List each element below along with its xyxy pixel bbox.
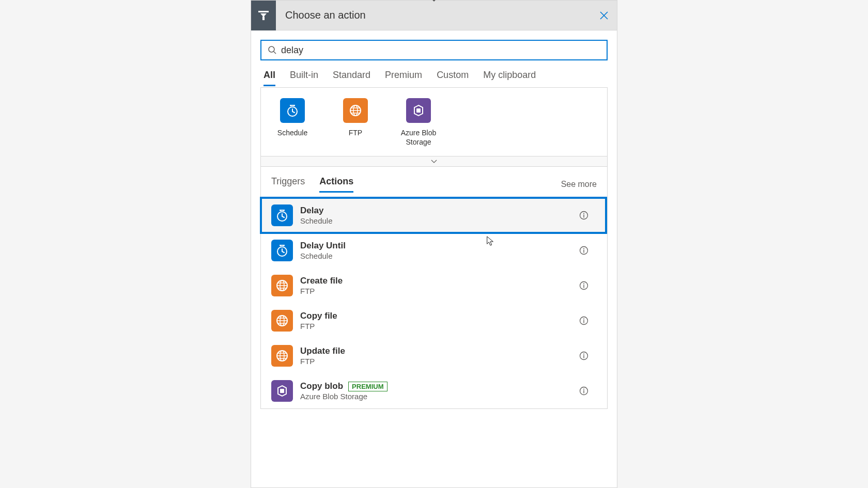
expand-connectors-button[interactable] <box>260 156 608 167</box>
category-tab-all[interactable]: All <box>264 70 275 86</box>
connector-schedule[interactable]: Schedule <box>271 98 314 147</box>
info-icon[interactable] <box>579 316 588 325</box>
connector-label: Schedule <box>277 128 307 137</box>
connector-azure-blob-storage[interactable]: Azure Blob Storage <box>397 98 440 147</box>
panel-title: Choose an action <box>276 9 591 21</box>
action-subtitle: FTP <box>300 357 574 366</box>
tab-actions[interactable]: Actions <box>319 176 353 193</box>
blob-icon <box>406 98 431 123</box>
svg-rect-11 <box>283 210 285 211</box>
panel-header: Choose an action <box>251 1 617 30</box>
connectors-grid: ScheduleFTPAzure Blob Storage <box>260 87 608 156</box>
action-item-delay-until[interactable]: Delay UntilSchedule <box>261 233 607 268</box>
globe-icon <box>271 310 293 332</box>
svg-point-13 <box>583 213 584 214</box>
search-icon <box>268 45 277 55</box>
action-title: Delay Until <box>300 241 346 251</box>
info-icon[interactable] <box>579 211 588 220</box>
svg-rect-1 <box>262 17 265 20</box>
svg-point-29 <box>583 319 584 320</box>
see-more-link[interactable]: See more <box>561 180 597 189</box>
svg-point-2 <box>269 46 274 52</box>
globe-icon <box>343 98 368 123</box>
svg-rect-20 <box>583 250 584 253</box>
panel-body: AllBuilt-inStandardPremiumCustomMy clipb… <box>251 30 617 86</box>
connector-ftp[interactable]: FTP <box>334 98 377 147</box>
svg-rect-25 <box>583 285 584 288</box>
action-text: Copy blobPREMIUMAzure Blob Storage <box>300 381 574 401</box>
search-box[interactable] <box>260 40 608 60</box>
svg-rect-10 <box>280 210 281 211</box>
action-item-update-file[interactable]: Update fileFTP <box>261 338 607 373</box>
close-button[interactable] <box>591 1 617 30</box>
svg-point-19 <box>583 248 584 249</box>
globe-icon <box>271 345 293 367</box>
sub-tabs-row: Triggers Actions See more <box>261 167 607 195</box>
connector-label: FTP <box>349 128 362 137</box>
action-title: Update file <box>300 346 345 356</box>
action-item-delay[interactable]: DelaySchedule <box>261 198 607 233</box>
category-tab-custom[interactable]: Custom <box>437 70 469 86</box>
category-tab-built-in[interactable]: Built-in <box>290 70 318 86</box>
svg-rect-35 <box>583 355 584 358</box>
tab-triggers[interactable]: Triggers <box>271 176 305 193</box>
search-input[interactable] <box>281 45 600 56</box>
action-subtitle: Schedule <box>300 216 574 225</box>
svg-rect-8 <box>416 108 421 113</box>
svg-rect-5 <box>293 105 295 106</box>
blob-icon <box>271 380 293 402</box>
action-item-create-file[interactable]: Create fileFTP <box>261 268 607 303</box>
clock-icon <box>271 240 293 261</box>
sub-tabs: Triggers Actions <box>271 176 353 193</box>
action-subtitle: FTP <box>300 287 574 295</box>
action-title: Create file <box>300 276 343 286</box>
category-tabs: AllBuilt-inStandardPremiumCustomMy clipb… <box>260 70 608 86</box>
category-tab-standard[interactable]: Standard <box>333 70 370 86</box>
action-subtitle: Schedule <box>300 251 574 260</box>
svg-rect-17 <box>283 245 285 246</box>
panel-header-icon <box>251 1 276 30</box>
svg-rect-16 <box>280 245 281 246</box>
svg-point-38 <box>583 389 584 390</box>
action-title: Delay <box>300 206 323 216</box>
action-text: Update fileFTP <box>300 346 574 366</box>
svg-rect-36 <box>280 389 284 393</box>
svg-rect-30 <box>583 320 584 323</box>
info-icon[interactable] <box>579 246 588 255</box>
action-text: DelaySchedule <box>300 206 574 225</box>
svg-point-34 <box>583 354 584 355</box>
insert-arrow-icon <box>429 0 439 2</box>
svg-point-24 <box>583 284 584 285</box>
action-text: Create fileFTP <box>300 276 574 295</box>
connector-label: Azure Blob Storage <box>397 128 440 147</box>
action-text: Delay UntilSchedule <box>300 241 574 260</box>
globe-icon <box>271 275 293 296</box>
info-icon[interactable] <box>579 281 588 290</box>
action-subtitle: FTP <box>300 322 574 330</box>
category-tab-my-clipboard[interactable]: My clipboard <box>483 70 536 86</box>
clock-icon <box>271 204 293 226</box>
action-item-copy-file[interactable]: Copy fileFTP <box>261 303 607 338</box>
actions-section: Triggers Actions See more ▲ ▼ DelaySched… <box>260 167 608 409</box>
action-title: Copy blob <box>300 381 343 391</box>
premium-badge: PREMIUM <box>348 382 387 391</box>
info-icon[interactable] <box>579 386 588 396</box>
action-subtitle: Azure Blob Storage <box>300 392 574 401</box>
svg-rect-14 <box>583 215 584 218</box>
action-list: ▲ ▼ DelayScheduleDelay UntilScheduleCrea… <box>261 198 607 408</box>
action-picker-panel: Choose an action AllBuilt-inStandardPrem… <box>251 0 617 488</box>
svg-rect-39 <box>583 390 584 393</box>
info-icon[interactable] <box>579 351 588 360</box>
svg-rect-0 <box>258 11 269 12</box>
action-title: Copy file <box>300 311 337 321</box>
svg-rect-4 <box>290 105 291 106</box>
action-text: Copy fileFTP <box>300 311 574 330</box>
action-item-copy-blob[interactable]: Copy blobPREMIUMAzure Blob Storage <box>261 373 607 408</box>
category-tab-premium[interactable]: Premium <box>385 70 422 86</box>
clock-icon <box>280 98 305 123</box>
